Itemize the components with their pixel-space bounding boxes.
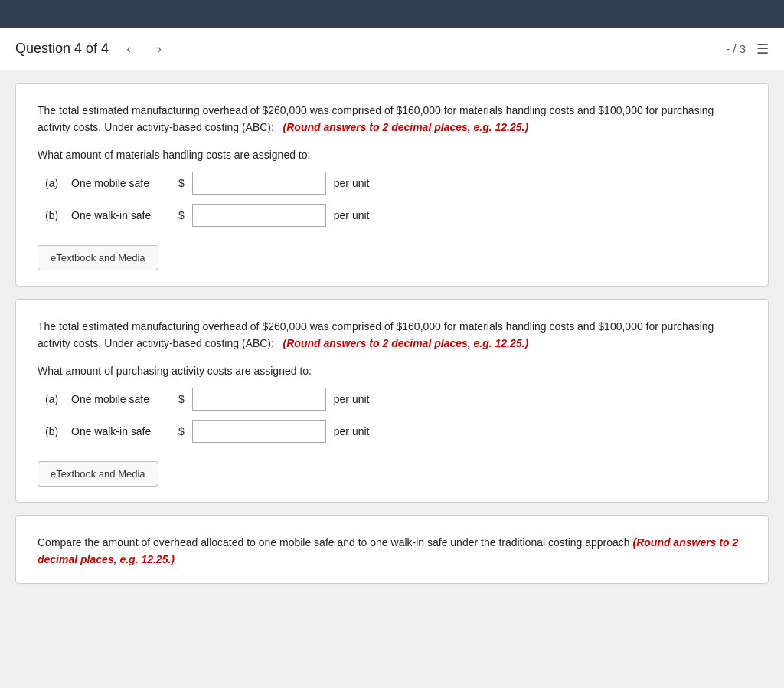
purchasing-input-a[interactable] [192, 388, 326, 411]
materials-dollar-a: $ [178, 177, 185, 189]
compare-text: Compare the amount of overhead allocated… [38, 534, 746, 568]
purchasing-label-a: (a) [45, 393, 64, 405]
purchasing-dollar-b: $ [178, 425, 185, 437]
nav-right: - / 3 ☰ [726, 41, 769, 57]
materials-item-a: One mobile safe [71, 177, 171, 189]
compare-card: Compare the amount of overhead allocated… [15, 515, 769, 585]
purchasing-item-b: One walk-in safe [71, 425, 171, 437]
materials-per-unit-b: per unit [334, 209, 370, 221]
top-bar [0, 0, 784, 28]
materials-label-b: (b) [45, 209, 64, 221]
purchasing-row-b: (b) One walk-in safe $ per unit [45, 420, 746, 443]
next-arrow-button[interactable]: › [149, 38, 170, 60]
materials-row-a: (a) One mobile safe $ per unit [45, 172, 746, 195]
purchasing-input-b[interactable] [192, 420, 326, 443]
nav-bar: Question 4 of 4 ‹ › - / 3 ☰ [0, 28, 784, 70]
purchasing-per-unit-a: per unit [334, 393, 370, 405]
purchasing-label-b: (b) [45, 425, 64, 437]
materials-row-b: (b) One walk-in safe $ per unit [45, 204, 746, 227]
materials-input-a[interactable] [192, 172, 326, 195]
materials-round-note: (Round answers to 2 decimal places, e.g.… [283, 121, 529, 133]
materials-label-a: (a) [45, 177, 64, 189]
materials-description: The total estimated manufacturing overhe… [38, 102, 746, 136]
materials-sub-question: What amount of materials handling costs … [38, 149, 746, 161]
compare-main-text: Compare the amount of overhead allocated… [38, 536, 630, 549]
materials-input-b[interactable] [192, 204, 326, 227]
materials-dollar-b: $ [178, 209, 185, 221]
purchasing-round-note: (Round answers to 2 decimal places, e.g.… [283, 337, 529, 349]
purchasing-item-a: One mobile safe [71, 393, 171, 405]
list-icon[interactable]: ☰ [756, 41, 769, 57]
materials-etextbook-button[interactable]: eTextbook and Media [38, 245, 158, 270]
main-content: The total estimated manufacturing overhe… [0, 70, 784, 596]
purchasing-description: The total estimated manufacturing overhe… [38, 318, 746, 352]
prev-arrow-button[interactable]: ‹ [118, 38, 139, 60]
purchasing-row-a: (a) One mobile safe $ per unit [45, 388, 746, 411]
materials-item-b: One walk-in safe [71, 209, 171, 221]
materials-handling-card: The total estimated manufacturing overhe… [15, 83, 769, 287]
purchasing-per-unit-b: per unit [334, 425, 370, 437]
purchasing-activity-card: The total estimated manufacturing overhe… [15, 299, 769, 503]
materials-per-unit-a: per unit [334, 177, 370, 189]
page-counter: - / 3 [726, 42, 746, 55]
nav-left: Question 4 of 4 ‹ › [15, 38, 170, 60]
purchasing-etextbook-button[interactable]: eTextbook and Media [38, 461, 158, 487]
question-title: Question 4 of 4 [15, 41, 109, 57]
purchasing-dollar-a: $ [178, 393, 185, 405]
purchasing-sub-question: What amount of purchasing activity costs… [38, 365, 746, 377]
